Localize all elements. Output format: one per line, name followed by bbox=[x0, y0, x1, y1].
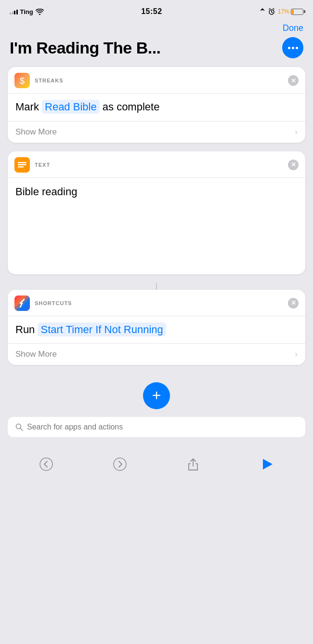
done-button[interactable]: Done bbox=[283, 23, 303, 33]
text-icon-svg bbox=[14, 157, 30, 173]
streaks-app-icon: $ bbox=[14, 73, 30, 88]
svg-line-2 bbox=[272, 12, 273, 13]
shortcuts-app-icon bbox=[14, 295, 30, 311]
battery-indicator: 17% bbox=[278, 8, 303, 15]
back-button[interactable] bbox=[38, 456, 55, 473]
shortcuts-before: Run bbox=[15, 323, 35, 335]
svg-text:$: $ bbox=[20, 76, 25, 86]
streaks-show-more-label: Show More bbox=[15, 127, 57, 137]
shortcuts-app-name: SHORTCUTS bbox=[35, 300, 72, 306]
play-button[interactable] bbox=[258, 456, 275, 473]
svg-point-14 bbox=[40, 458, 52, 470]
shortcuts-card-header: SHORTCUTS ✕ bbox=[8, 290, 305, 316]
forward-button[interactable] bbox=[111, 456, 129, 473]
search-input[interactable] bbox=[27, 423, 298, 431]
streaks-before: Mark bbox=[15, 101, 39, 113]
location-icon bbox=[260, 8, 265, 15]
shortcuts-show-more-label: Show More bbox=[15, 349, 57, 359]
streaks-card-body: Mark Read Bible as complete bbox=[8, 94, 305, 121]
svg-rect-8 bbox=[18, 162, 26, 163]
battery-icon bbox=[291, 9, 303, 15]
text-card: TEXT ✕ Bible reading bbox=[8, 151, 305, 274]
title-row: I'm Reading The B... bbox=[0, 33, 313, 67]
text-app-name: TEXT bbox=[35, 162, 50, 168]
streaks-action-text: Mark Read Bible as complete bbox=[15, 100, 159, 114]
shortcuts-card-body: Run Start Timer If Not Running bbox=[8, 316, 305, 344]
search-icon bbox=[15, 423, 23, 431]
shortcuts-card: SHORTCUTS ✕ Run Start Timer If Not Runni… bbox=[8, 290, 305, 365]
streaks-close-button[interactable]: ✕ bbox=[288, 75, 299, 86]
search-icon-svg bbox=[15, 423, 23, 431]
forward-icon bbox=[113, 457, 127, 471]
add-action-button[interactable]: + bbox=[143, 382, 170, 409]
alarm-icon bbox=[268, 8, 275, 15]
svg-line-13 bbox=[21, 429, 23, 431]
text-card-header: TEXT ✕ bbox=[8, 151, 305, 178]
text-app-icon bbox=[14, 157, 30, 173]
svg-rect-10 bbox=[18, 166, 24, 168]
streaks-card-header: $ STREAKS ✕ bbox=[8, 67, 305, 94]
bottom-bar bbox=[0, 447, 313, 486]
svg-rect-9 bbox=[18, 164, 26, 165]
text-card-content: Bible reading bbox=[15, 186, 77, 198]
signal-icon bbox=[10, 9, 18, 14]
back-icon bbox=[39, 457, 53, 471]
status-bar: Ting 15:52 17% bbox=[0, 0, 313, 21]
wifi-icon bbox=[36, 9, 44, 15]
streaks-after: as complete bbox=[103, 101, 160, 113]
shortcuts-chevron-icon: › bbox=[295, 349, 298, 359]
streaks-card: $ STREAKS ✕ Mark Read Bible as complete … bbox=[8, 67, 305, 143]
svg-marker-16 bbox=[263, 459, 273, 470]
plus-icon: + bbox=[152, 388, 161, 403]
more-options-button[interactable] bbox=[282, 37, 303, 58]
shortcuts-show-more[interactable]: Show More › bbox=[8, 343, 305, 365]
share-button[interactable] bbox=[184, 456, 202, 473]
streaks-chevron-icon: › bbox=[295, 127, 298, 137]
shortcuts-icon-svg bbox=[14, 295, 30, 311]
add-section: + bbox=[0, 374, 313, 417]
shortcuts-close-button[interactable]: ✕ bbox=[288, 298, 299, 309]
svg-line-3 bbox=[269, 9, 270, 10]
carrier-info: Ting bbox=[10, 8, 44, 15]
share-icon bbox=[186, 457, 200, 471]
streaks-icon-svg: $ bbox=[14, 73, 30, 88]
streaks-highlight[interactable]: Read Bible bbox=[42, 100, 100, 114]
page-title: I'm Reading The B... bbox=[10, 39, 161, 57]
streaks-app-name: STREAKS bbox=[35, 78, 64, 83]
search-bar[interactable] bbox=[8, 417, 305, 437]
battery-percentage: 17% bbox=[278, 8, 289, 15]
streaks-show-more[interactable]: Show More › bbox=[8, 121, 305, 143]
status-time: 15:52 bbox=[141, 7, 162, 16]
play-icon bbox=[260, 457, 274, 471]
carrier-name: Ting bbox=[20, 8, 33, 15]
shortcuts-action-text: Run Start Timer If Not Running bbox=[15, 322, 166, 336]
text-card-body[interactable]: Bible reading bbox=[8, 178, 305, 274]
header-row: Done bbox=[0, 21, 313, 33]
svg-point-15 bbox=[114, 458, 126, 470]
more-dots-icon bbox=[288, 47, 298, 49]
text-close-button[interactable]: ✕ bbox=[288, 160, 299, 170]
shortcuts-highlight[interactable]: Start Timer If Not Running bbox=[38, 322, 166, 336]
svg-line-4 bbox=[273, 9, 274, 10]
status-right-icons: 17% bbox=[260, 8, 303, 15]
